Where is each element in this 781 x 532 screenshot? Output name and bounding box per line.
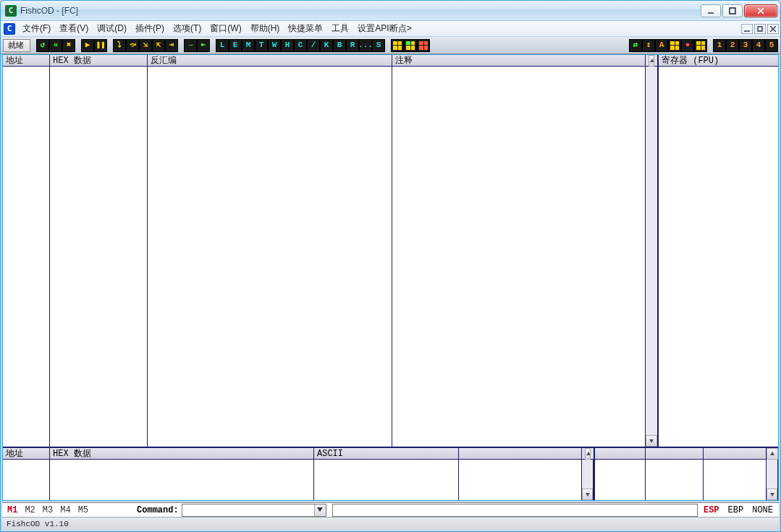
registers-header[interactable]: 寄存器 (FPU) [659,55,778,67]
dump1-button[interactable]: 1 [713,39,726,52]
step-into-button[interactable]: ⤵ [113,39,126,52]
cpu-scrollbar[interactable] [646,67,657,447]
win-modules-button[interactable]: E [229,39,242,52]
menu-debug[interactable]: 调试(D) [93,21,131,36]
win-runtrace-button[interactable]: ... [359,39,372,52]
scroll-up-button[interactable] [649,55,654,67]
highlight-button[interactable] [694,39,707,52]
stack-body[interactable] [595,460,778,500]
dump5-button[interactable]: 5 [765,39,778,52]
trace-over-button[interactable]: ⇱ [152,39,165,52]
win-memory-button[interactable]: M [242,39,255,52]
scroll-up-button[interactable] [767,448,778,460]
run-to-ret-button[interactable]: ⇥ [165,39,178,52]
win-log-button[interactable]: L [216,39,229,52]
arrange-button-2[interactable]: ⇕ [642,39,655,52]
minimize-button[interactable] [701,4,721,17]
arrange-button-1[interactable]: ⇄ [629,39,642,52]
win-cpu-button[interactable]: C [294,39,307,52]
win-handles-button[interactable]: H [281,39,294,52]
dump2-button[interactable]: 2 [726,39,739,52]
stack-col-3[interactable] [704,448,767,459]
font-button[interactable]: A [655,39,668,52]
appearance-button-1[interactable] [391,39,404,52]
cpu-col-comment[interactable]: 注释 [392,55,646,66]
dump-col-ascii[interactable]: ASCII [314,448,459,459]
menu-options[interactable]: 选项(T) [169,21,206,36]
mdi-minimize-button[interactable] [741,24,753,34]
goto-button[interactable]: → [184,39,197,52]
stack-scrollbar[interactable] [767,460,778,500]
rewind-button[interactable]: « [49,39,62,52]
close-button[interactable] [744,4,777,17]
stop-button[interactable]: ✖ [62,39,75,52]
dump-body[interactable] [3,460,594,500]
step-over-button[interactable]: ⤼ [126,39,139,52]
close-icon [757,7,764,14]
dump-scrollbar[interactable] [582,460,594,500]
registers-body[interactable] [659,67,778,447]
appearance-button-3[interactable] [417,39,430,52]
win-source-button[interactable]: S [372,39,385,52]
chevron-down-icon [317,507,323,513]
record-button[interactable]: ● [681,39,694,52]
scroll-down-button[interactable] [646,435,657,447]
macro-m1[interactable]: M1 [5,506,20,515]
step-over-icon: ⤼ [130,41,136,49]
scroll-down-button[interactable] [582,489,593,500]
win-breakpoints-button[interactable]: B [333,39,346,52]
win-windows-button[interactable]: W [268,39,281,52]
trace-over-icon: ⇱ [156,41,161,49]
command-dropdown-button[interactable] [314,504,326,516]
stack-col-1[interactable] [595,448,646,459]
win-patches-button[interactable]: / [307,39,320,52]
goto-origin-button[interactable]: ⇤ [197,39,210,52]
stack-label-none[interactable]: NONE [749,506,776,515]
cpu-col-disasm[interactable]: 反汇编 [148,55,392,66]
colors-button[interactable] [668,39,681,52]
status-ready: 就绪 [3,39,30,52]
menu-quick[interactable]: 快捷菜单 [284,21,327,36]
macro-m5[interactable]: M5 [76,506,90,515]
stack-label-ebp[interactable]: EBP [725,506,747,515]
menu-view[interactable]: 查看(V) [55,21,93,36]
maximize-button[interactable] [722,4,743,17]
macro-m2[interactable]: M2 [22,506,37,515]
mdi-restore-button[interactable] [754,24,766,34]
win-callstack-button[interactable]: K [320,39,333,52]
win-references-button[interactable]: R [346,39,359,52]
child-window-icon[interactable]: C [4,23,15,35]
menu-api-bp[interactable]: 设置API断点> [353,21,415,36]
run-to-ret-icon: ⇥ [169,41,174,49]
win-threads-button[interactable]: T [255,39,268,52]
cpu-col-address[interactable]: 地址 [3,55,50,66]
stack-col-2[interactable] [646,448,704,459]
scroll-up-button[interactable] [585,448,591,460]
scroll-down-button[interactable] [767,489,777,500]
macro-m4[interactable]: M4 [58,506,72,515]
menu-help[interactable]: 帮助(H) [246,21,284,36]
dump3-button[interactable]: 3 [739,39,752,52]
run-button[interactable]: ▶ [81,39,94,52]
menu-tools[interactable]: 工具 [327,21,353,36]
mdi-close-button[interactable] [767,24,779,34]
menu-window[interactable]: 窗口(W) [206,21,245,36]
registers-pane: 寄存器 (FPU) [659,55,778,447]
play-icon: ▶ [85,41,90,49]
menu-file[interactable]: 文件(F) [18,21,55,36]
cpu-col-hex[interactable]: HEX 数据 [50,55,148,66]
dump-col-address[interactable]: 地址 [3,448,50,459]
dump4-button[interactable]: 4 [752,39,765,52]
appearance-button-2[interactable] [404,39,417,52]
cpu-body[interactable] [3,67,657,447]
macro-m3[interactable]: M3 [41,506,55,515]
menu-plugins[interactable]: 插件(P) [131,21,169,36]
restart-icon: ↺ [41,41,46,49]
restart-button[interactable]: ↺ [36,39,49,52]
command-input[interactable] [182,504,326,517]
pause-button[interactable]: ❚❚ [94,39,107,52]
stack-label-esp[interactable]: ESP [701,506,722,515]
trace-into-button[interactable]: ⇲ [139,39,152,52]
dump-col-hex[interactable]: HEX 数据 [50,448,314,459]
font-icon: A [659,41,664,49]
